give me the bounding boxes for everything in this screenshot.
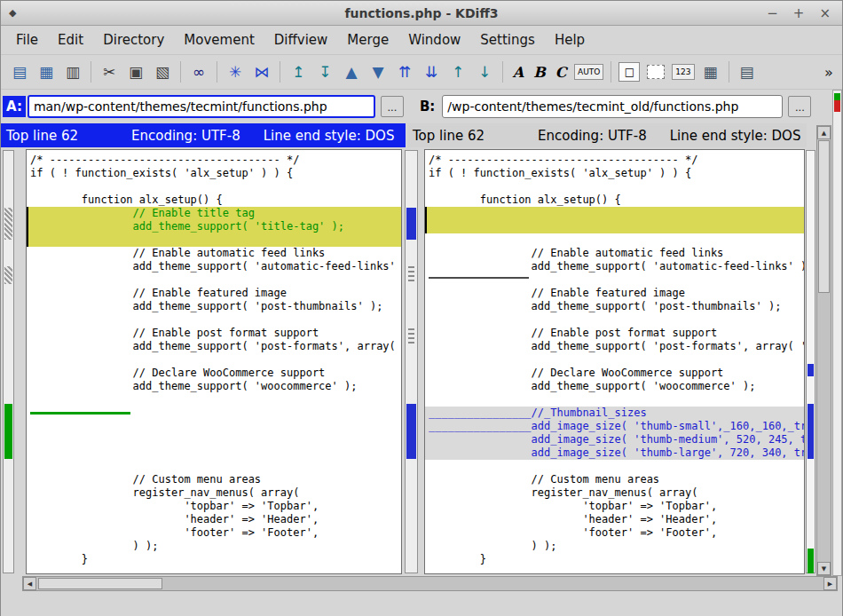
code-line: add_theme_support( 'post-thumbnails' ); <box>27 300 401 313</box>
code-line: // Declare WooCommerce support <box>425 367 804 380</box>
pane-a-encoding: Encoding: UTF-8 <box>131 128 240 144</box>
toolbar-separator <box>91 61 91 83</box>
pane-b-line-end-style: Line end style: DOS <box>670 128 801 144</box>
code-line: /* ------------------------------------ … <box>425 154 804 167</box>
code-line: // Enable featured image <box>27 287 401 300</box>
horizontal-scrollbar-thumb[interactable] <box>38 578 162 589</box>
select-b-button[interactable]: B <box>529 59 550 84</box>
file-a-label: A: <box>3 96 26 117</box>
code-line: ________________add_image_size( 'thumb-s… <box>425 420 804 433</box>
minimize-button[interactable]: − <box>767 5 778 21</box>
pane-a-line-end-style: Line end style: DOS <box>264 128 395 144</box>
first-delta-icon[interactable]: ↥ <box>285 59 311 84</box>
toolbar-overflow-button[interactable]: » <box>821 59 837 84</box>
file-b-label: B: <box>416 96 438 117</box>
toolbar-separator <box>611 61 611 83</box>
code-line: add_theme_support( 'post-formats', array… <box>425 340 804 353</box>
diff-mark-green <box>808 549 814 573</box>
code-line: add_theme_support( 'automatic-feed-links… <box>425 260 804 273</box>
scroll-down-button[interactable]: ▼ <box>817 562 831 575</box>
diff-mark-blue <box>406 208 416 240</box>
code-line <box>27 460 401 473</box>
menu-bar: FileEditDirectoryMovementDiffviewMergeWi… <box>1 26 842 55</box>
window-status-bar <box>1 592 842 616</box>
pane-b-diffbar[interactable] <box>405 150 418 573</box>
code-line: 'header' => 'Header', <box>425 513 804 526</box>
code-line <box>425 180 804 193</box>
scroll-right-button[interactable]: ▶ <box>823 577 837 590</box>
paste-icon[interactable]: ▧ <box>149 59 176 84</box>
pane-a-code[interactable]: /* ------------------------------------ … <box>26 149 402 574</box>
next-unsolved-icon[interactable]: ↓ <box>471 59 498 84</box>
word-wrap-icon[interactable]: ▤ <box>734 59 760 84</box>
show-line-numbers-button[interactable]: 123 <box>672 64 694 80</box>
menu-item-file[interactable]: File <box>6 28 48 52</box>
save-icon[interactable]: ▦ <box>33 59 59 84</box>
auto-merge-button[interactable]: AUTO <box>574 64 603 80</box>
pane-b-encoding: Encoding: UTF-8 <box>538 128 647 144</box>
code-line: add_theme_support( 'post-formats', array… <box>27 340 401 353</box>
toolbar: ▤▦▥✂▣▧∞✳⋈↥↧▲▼⇈⇊↑↓ABCAUTO□123▦▤» <box>1 55 842 90</box>
find-icon[interactable]: ∞ <box>185 59 212 84</box>
vertical-scrollbar[interactable]: ▲ ▼ <box>816 125 831 576</box>
print-icon[interactable]: ▥ <box>59 59 86 84</box>
menu-item-settings[interactable]: Settings <box>470 28 545 52</box>
vertical-scrollbar-thumb[interactable] <box>818 140 830 293</box>
select-a-button[interactable]: A <box>508 59 529 84</box>
prev-unsolved-icon[interactable]: ↑ <box>445 59 471 84</box>
diff-overview-column[interactable] <box>806 150 815 573</box>
file-a-path-input[interactable] <box>28 95 375 118</box>
next-conflict-icon[interactable]: ⇊ <box>418 59 445 84</box>
kdiff3-window: ◆ functions.php - KDiff3 − + × FileEditD… <box>0 0 843 616</box>
code-line: add_theme_support( 'woocommerce' ); <box>27 380 401 393</box>
file-b-path-input[interactable] <box>442 95 783 118</box>
code-line: } <box>425 553 804 566</box>
code-line: register_nav_menus( array( <box>425 486 804 500</box>
code-line <box>27 273 401 287</box>
menu-item-movement[interactable]: Movement <box>174 28 264 52</box>
file-selector-row: A: ... B: ... <box>1 90 842 123</box>
code-line: 'footer' => 'Footer', <box>27 526 401 540</box>
go-current-delta-icon[interactable]: ⋈ <box>248 59 275 84</box>
next-delta-icon[interactable]: ▼ <box>365 59 391 84</box>
open-file-icon[interactable]: ▤ <box>6 59 33 84</box>
code-line: function alx_setup() { <box>425 193 804 207</box>
code-line: add_image_size( 'thumb-large', 720, 340,… <box>425 446 804 460</box>
split-view-icon[interactable]: ▦ <box>697 59 724 84</box>
cut-icon[interactable]: ✂ <box>96 59 122 84</box>
show-whitespace-chars-button[interactable] <box>647 65 665 79</box>
prev-delta-icon[interactable]: ▲ <box>338 59 365 84</box>
show-whitespace-button[interactable]: □ <box>618 62 640 82</box>
code-line: 'topbar' => 'Topbar', <box>27 500 401 513</box>
scroll-up-button[interactable]: ▲ <box>817 126 831 139</box>
close-button[interactable]: × <box>819 5 831 21</box>
code-line: add_theme_support( 'post-thumbnails' ); <box>425 300 804 313</box>
scroll-left-button[interactable]: ◀ <box>23 577 36 590</box>
last-delta-icon[interactable]: ↧ <box>311 59 338 84</box>
select-c-button[interactable]: C <box>550 59 571 84</box>
reload-icon[interactable]: ✳ <box>222 59 248 84</box>
code-line: add_theme_support( 'automatic-feed-links… <box>27 260 401 273</box>
menu-item-help[interactable]: Help <box>545 28 595 52</box>
file-a-browse-button[interactable]: ... <box>381 96 404 117</box>
maximize-button[interactable]: + <box>793 5 805 21</box>
file-b-browse-button[interactable]: ... <box>788 96 811 117</box>
menu-item-window[interactable]: Window <box>398 28 470 52</box>
horizontal-scrollbar[interactable]: ◀ ▶ <box>22 576 838 591</box>
menu-item-merge[interactable]: Merge <box>337 28 398 52</box>
code-line: ________________//_Thumbnail_sizes <box>425 407 804 420</box>
pane-a-diffbar[interactable] <box>3 150 14 573</box>
overview-column[interactable] <box>832 90 842 576</box>
code-line <box>425 460 804 473</box>
copy-icon[interactable]: ▣ <box>122 59 149 84</box>
diff-mark-red <box>834 100 840 112</box>
prev-conflict-icon[interactable]: ⇈ <box>391 59 418 84</box>
code-line: // Enable featured image <box>425 287 804 300</box>
menu-item-edit[interactable]: Edit <box>48 28 93 52</box>
menu-item-directory[interactable]: Directory <box>93 28 174 52</box>
pane-b-code[interactable]: /* ------------------------------------ … <box>424 149 805 574</box>
title-bar[interactable]: ◆ functions.php - KDiff3 − + × <box>1 1 842 26</box>
menu-item-diffview[interactable]: Diffview <box>264 28 338 52</box>
code-line <box>425 233 804 247</box>
toolbar-separator <box>729 61 729 83</box>
